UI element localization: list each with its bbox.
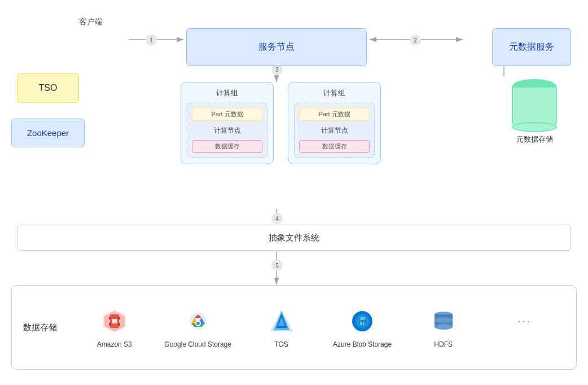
azure-blob-icon: 10 01 <box>348 307 377 336</box>
storage-item-tos: TOS <box>251 307 313 348</box>
gcs-label: Google Cloud Storage <box>164 340 231 348</box>
svg-point-29 <box>435 324 453 330</box>
svg-point-30 <box>435 317 453 323</box>
tos-icon <box>267 307 296 336</box>
svg-rect-13 <box>118 323 120 326</box>
meta-storage: 元数据存储 <box>512 79 557 145</box>
data-cache-1: 数据缓存 <box>192 140 262 153</box>
abstract-fs-box: 抽象文件系统 <box>17 225 571 251</box>
storage-items: Amazon S3 <box>74 307 565 348</box>
compute-node-2: 计算节点 <box>299 124 370 138</box>
compute-group-2-inner: Part 元数据 计算节点 数据缓存 <box>294 103 375 158</box>
storage-item-amazon-s3: Amazon S3 <box>84 307 146 348</box>
arrow-label-4: 4 <box>271 213 283 224</box>
compute-group-2-title: 计算组 <box>294 88 375 98</box>
data-cache-2: 数据缓存 <box>299 140 370 153</box>
data-storage-title: 数据存储 <box>23 322 63 333</box>
meta-service-label: 元数据服务 <box>509 42 554 51</box>
tso-box: TSO <box>17 73 79 103</box>
meta-storage-label: 元数据存储 <box>512 134 557 145</box>
compute-group-2: 计算组 Part 元数据 计算节点 数据缓存 <box>288 82 381 164</box>
more-dots-label: ··· <box>517 314 531 329</box>
client-label: 客户端 <box>79 17 103 27</box>
abstract-fs-label: 抽象文件系统 <box>269 233 319 243</box>
more-label <box>524 340 525 348</box>
svg-rect-10 <box>109 317 111 320</box>
service-node-box: 服务节点 <box>186 28 367 66</box>
storage-item-gcs: Google Cloud Storage <box>164 307 231 348</box>
compute-group-1-inner: Part 元数据 计算节点 数据缓存 <box>187 103 267 158</box>
svg-text:01: 01 <box>360 322 365 326</box>
svg-text:10: 10 <box>360 317 365 321</box>
storage-item-hdfs: HDFS <box>413 307 475 348</box>
meta-service-box: 元数据服务 <box>492 28 571 66</box>
amazon-s3-icon <box>100 307 129 336</box>
svg-rect-12 <box>109 323 111 326</box>
tos-label: TOS <box>274 340 288 348</box>
svg-point-18 <box>196 322 200 325</box>
amazon-s3-label: Amazon S3 <box>97 340 132 348</box>
compute-node-1: 计算节点 <box>192 124 262 138</box>
part-meta-2: Part 元数据 <box>299 108 370 121</box>
compute-group-1: 计算组 Part 元数据 计算节点 数据缓存 <box>181 82 274 164</box>
svg-rect-14 <box>112 319 117 323</box>
cylinder <box>512 79 557 130</box>
zookeeper-box: ZooKeeper <box>11 119 85 147</box>
storage-item-azure-blob: 10 01 Azure Blob Storage <box>331 307 393 348</box>
service-node-label: 服务节点 <box>258 42 295 51</box>
gcs-icon <box>183 307 213 336</box>
data-storage-section: 数据存储 Amazon S3 <box>11 285 577 370</box>
hdfs-label: HDFS <box>434 340 453 348</box>
cylinder-bottom <box>512 122 557 132</box>
diagram: 1 2 3 4 5 客户端 服务节点 元数据服务 TSO ZooKeeper 计… <box>0 0 588 385</box>
storage-item-more: ··· <box>493 307 555 348</box>
arrow-label-2: 2 <box>410 34 421 46</box>
arrow-label-1: 1 <box>146 34 157 46</box>
hdfs-icon <box>429 307 458 336</box>
compute-group-1-title: 计算组 <box>187 88 267 98</box>
svg-rect-11 <box>118 317 120 320</box>
more-icon: ··· <box>510 307 539 336</box>
cylinder-body <box>512 88 557 127</box>
part-meta-1: Part 元数据 <box>192 108 262 121</box>
arrow-label-5: 5 <box>271 260 283 271</box>
zookeeper-label: ZooKeeper <box>27 128 69 138</box>
azure-blob-label: Azure Blob Storage <box>333 340 392 348</box>
tso-label: TSO <box>39 83 58 93</box>
